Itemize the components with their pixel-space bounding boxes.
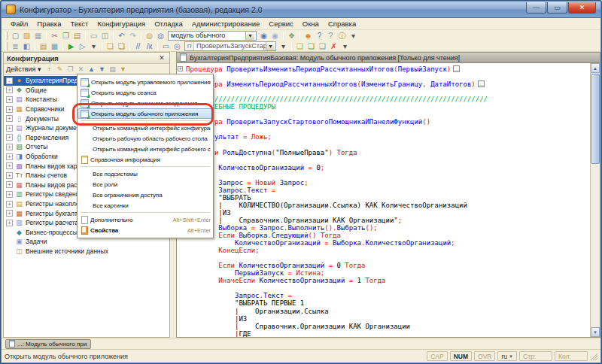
toolbar2-overflow-icon[interactable]: ▾ (340, 41, 350, 51)
menu-item-all-roles[interactable]: Все роли (78, 179, 213, 190)
menu-windows[interactable]: Окна (298, 19, 324, 29)
add-icon[interactable]: + (44, 65, 53, 74)
code-line[interactable] (186, 141, 590, 148)
menu-help[interactable]: Справка (324, 19, 360, 29)
sort-icon[interactable]: ▤ (108, 65, 117, 74)
menu-item-open-desktop-command-interface[interactable]: Открыть командный интерфейс рабочего сто… (78, 144, 213, 154)
expand-icon[interactable]: + (6, 115, 13, 122)
maximize-button[interactable]: ▭ (547, 2, 567, 14)
new-document-icon[interactable]: ▢ (11, 31, 20, 41)
redo-icon[interactable]: ↷ (128, 31, 138, 41)
code-line[interactable]: | Справочник.Организации КАК Организации (186, 323, 590, 330)
menu-item-all-subsystems[interactable]: Все подсистемы (78, 168, 213, 179)
save-icon[interactable]: ▦ (33, 31, 43, 41)
code-line[interactable]: Запрос = Новый Запрос; (186, 179, 590, 187)
code-line[interactable] (186, 171, 590, 179)
procedures-icon[interactable]: ▭ (161, 41, 171, 51)
find-next-icon[interactable]: ◉ (259, 31, 269, 41)
code-line[interactable]: // СЛУЖЕБНЫЕ ПРОЦЕДУРЫ (186, 103, 590, 111)
syntax-check-icon[interactable]: ◎ (172, 41, 182, 51)
bookmark-toggle-icon[interactable]: ❏ (295, 41, 305, 51)
menu-item-open-session-module[interactable]: Открыть модуль сеанса (78, 87, 213, 98)
collapsed-region-box[interactable] (478, 80, 485, 87)
template-insert-icon[interactable]: ❏ (105, 41, 115, 51)
menu-item-all-pictures[interactable]: Все картинки (78, 200, 213, 211)
find-icon[interactable]: ◎ (156, 31, 166, 41)
expand-icon[interactable]: + (6, 125, 13, 132)
code-line[interactable]: КоличествоОрганизаций = 0; (186, 164, 590, 171)
code-line[interactable]: | Организации.Ссылка (186, 308, 590, 315)
code-line[interactable]: Запрос.Текст = (186, 187, 590, 194)
code-line[interactable]: ////////////////////////////////////////… (186, 96, 590, 103)
menu-item-open-managed-application-module[interactable]: Открыть модуль управляемого приложения (78, 77, 213, 87)
code-line[interactable] (186, 88, 590, 96)
code-line[interactable]: ПервыйЗапуск = Истина; (186, 269, 590, 277)
search-combo-value[interactable]: модуль обычного (169, 32, 245, 39)
expand-icon[interactable]: + (6, 201, 13, 208)
debug-overflow-icon[interactable]: ▾ (89, 41, 99, 51)
code-line[interactable] (186, 156, 590, 164)
table-view-icon[interactable]: ▦ (50, 41, 59, 51)
proc-combo-overflow-icon[interactable]: ▾ (278, 41, 288, 51)
menu-text[interactable]: Текст (65, 19, 93, 29)
menu-edit[interactable]: Правка (32, 19, 65, 29)
code-line[interactable]: Если РольДоступна("ПолныеПрава") Тогда (186, 149, 590, 156)
code-line[interactable]: ИначеЕсли КоличествоОрганизаций = 1 Тогд… (186, 277, 590, 284)
bookmark-next-icon[interactable]: ❏ (306, 41, 316, 51)
scroll-up-icon[interactable]: ▲ (591, 63, 600, 73)
expand-icon[interactable]: + (6, 210, 13, 217)
menu-item-open-ordinary-application-module[interactable]: Открыть модуль обычного приложения (78, 108, 213, 119)
move-down-icon[interactable]: ▼ (97, 65, 106, 74)
start-debugging-icon[interactable]: ▶ (66, 41, 76, 51)
edit-icon[interactable]: ✎ (55, 65, 64, 74)
bookmark-previous-icon[interactable]: ❏ (318, 41, 327, 51)
clone-icon[interactable]: ❐ (65, 65, 74, 74)
code-line[interactable] (186, 254, 590, 262)
find-in-files-icon[interactable]: ◎ (144, 31, 154, 41)
paste-icon[interactable]: ▤ (72, 31, 82, 41)
code-line[interactable]: "ВЫБРАТЬ (186, 194, 590, 202)
code-line[interactable]: Если КоличествоОрганизаций = 0 Тогда (186, 262, 590, 269)
undo-icon[interactable]: ↶ (117, 31, 126, 41)
menu-debug[interactable]: Отладка (150, 19, 187, 29)
menu-administration[interactable]: Администрирование (187, 19, 265, 29)
tree-item-external-data-sources[interactable]: ◫Внешние источники данных (4, 247, 169, 256)
menu-configuration[interactable]: Конфигурация (93, 19, 150, 29)
vertical-scrollbar[interactable]: ▲ ▼ (590, 63, 600, 337)
expand-icon[interactable]: + (6, 144, 13, 150)
code-line[interactable]: | КОЛИЧЕСТВО(Организации.Ссылка) КАК Кол… (186, 202, 590, 209)
window-tab-module[interactable]: ...: Модуль обычного прило... (5, 339, 91, 349)
code-line[interactable]: КонецЕсли; (186, 247, 590, 254)
syntax-assistant-icon[interactable]: ☻ (303, 31, 313, 41)
actions-menu-button[interactable]: Действия ▾ (6, 65, 41, 73)
toolbar-grip[interactable] (5, 42, 8, 50)
menu-item-all-access-restrictions[interactable]: Все ограничения доступа (78, 190, 213, 200)
close-button[interactable]: ✕ (568, 2, 596, 14)
code-line[interactable]: Если Выборка.Следующий() Тогда (186, 232, 590, 239)
code-line[interactable]: Процедура ПроверитьЗапускСтартовогоПомощ… (186, 118, 590, 126)
about-icon[interactable]: ⓘ (337, 31, 347, 41)
code-line[interactable]: +Процедура ИзменитьПериодРассчитанныхИто… (186, 80, 590, 88)
uncomment-block-icon[interactable]: /к (144, 41, 154, 51)
expand-icon[interactable]: + (6, 172, 13, 179)
fold-collapse-icon[interactable]: + (178, 66, 183, 71)
expand-icon[interactable]: + (6, 106, 13, 113)
procedure-combo[interactable]: П ПроверитьЗапускСтартовогоПомощникаИПан… (184, 41, 276, 51)
expand-icon[interactable]: + (6, 96, 13, 103)
search-combo-dropdown-icon[interactable]: ▼ (245, 32, 254, 40)
menu-item-additional[interactable]: ДополнительноAlt+Shift+Enter (78, 214, 213, 225)
toolbar1-overflow-icon[interactable]: ▾ (348, 31, 358, 41)
minimize-button[interactable]: — (526, 2, 546, 14)
windows-list-icon[interactable]: ❖ (287, 31, 296, 41)
expand-icon[interactable]: + (6, 181, 13, 188)
comment-block-icon[interactable]: // (133, 41, 143, 51)
help-icon[interactable]: ? (315, 31, 324, 41)
menu-service[interactable]: Сервис (264, 19, 298, 29)
code-area[interactable]: +Процедура ПроверитьИзменитьПериодРассчи… (177, 63, 590, 337)
search-combo[interactable]: модуль обычного ▼ (168, 31, 257, 41)
template-list-icon[interactable]: ❏ (117, 41, 126, 51)
resize-grip[interactable] (590, 353, 597, 360)
code-line[interactable]: | Справочник.Организации КАК Организации… (186, 217, 590, 224)
move-up-icon[interactable]: ▲ (87, 65, 96, 74)
expand-icon[interactable]: + (6, 220, 13, 226)
